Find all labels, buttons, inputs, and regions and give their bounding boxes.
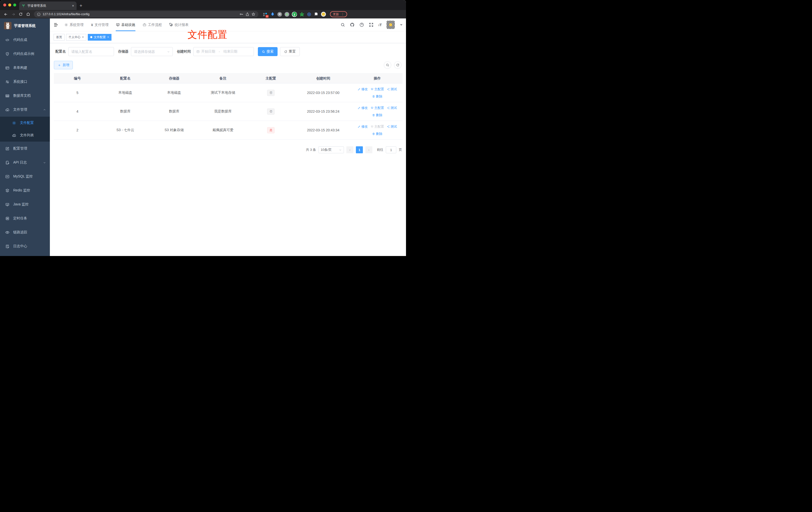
- test-action[interactable]: 测试: [387, 124, 397, 129]
- url-text[interactable]: 127.0.0.1:1024/infra/file/file-config: [42, 12, 237, 16]
- extension-gem-icon[interactable]: [270, 12, 275, 17]
- create-time-label: 创建时间: [177, 49, 191, 54]
- share-nodes-icon: [387, 88, 390, 91]
- extension-grid-icon[interactable]: 11: [263, 12, 268, 17]
- cell-storage: 数据库: [150, 102, 199, 121]
- topnav-workflow[interactable]: 工作流程: [140, 19, 165, 31]
- zoom-window-button[interactable]: [13, 3, 16, 6]
- fullscreen-icon[interactable]: [369, 23, 374, 27]
- sidebar-item-code-gen-demo[interactable]: 代码生成示例: [0, 47, 50, 61]
- help-icon[interactable]: [359, 23, 364, 27]
- kebab-menu-icon[interactable]: ⋮: [341, 12, 344, 16]
- extension-puzzle-icon[interactable]: [314, 12, 318, 17]
- tag-close-icon[interactable]: ×: [107, 35, 109, 39]
- browser-tab[interactable]: 芋道管理系统 ×: [19, 1, 77, 10]
- sidebar-item-form-builder[interactable]: 表单构建: [0, 61, 50, 75]
- extension-y-icon[interactable]: y: [292, 12, 297, 17]
- date-range-picker[interactable]: 开始日期 - 结束日期: [193, 47, 254, 56]
- search-icon[interactable]: [340, 23, 345, 27]
- minimize-window-button[interactable]: [8, 3, 11, 6]
- delete-action[interactable]: 删除: [372, 94, 382, 99]
- browser-update-button[interactable]: 更新 ⋮: [330, 11, 347, 17]
- refresh-icon: [396, 63, 400, 67]
- tag-file-config[interactable]: 文件配置 ×: [88, 34, 112, 41]
- master-tag: 是: [267, 127, 274, 133]
- app-title: 芋道管理系统: [14, 24, 36, 28]
- extension-command-icon[interactable]: ⌘: [277, 12, 282, 17]
- sidebar-item-log-center[interactable]: 日志中心: [0, 239, 50, 253]
- sidebar-item-scheduled-tasks[interactable]: 定时任务: [0, 211, 50, 225]
- bookmark-star-icon[interactable]: [251, 12, 255, 16]
- forward-icon[interactable]: [10, 11, 17, 18]
- test-action[interactable]: 测试: [387, 87, 397, 91]
- current-page[interactable]: 1: [356, 146, 363, 153]
- total-count: 共 3 条: [306, 148, 316, 152]
- master-action[interactable]: 主配置: [371, 106, 384, 110]
- topnav-infrastructure[interactable]: 基础设施: [113, 19, 138, 31]
- sidebar-item-db-doc[interactable]: 数据库文档: [0, 89, 50, 103]
- topnav-system[interactable]: 系统管理: [62, 19, 86, 31]
- toggle-search-button[interactable]: [384, 61, 391, 69]
- sidebar-collapse-icon[interactable]: [50, 23, 62, 27]
- extension-rings-icon[interactable]: [307, 12, 312, 17]
- close-window-button[interactable]: [3, 3, 6, 6]
- cell-id: 5: [54, 84, 101, 102]
- sidebar-item-java-monitor[interactable]: Java 监控: [0, 198, 50, 211]
- delete-action[interactable]: 删除: [372, 131, 382, 136]
- address-bar[interactable]: 127.0.0.1:1024/infra/file/file-config: [34, 11, 258, 18]
- extension-dot-icon[interactable]: [285, 12, 289, 17]
- search-button[interactable]: 搜索: [258, 47, 278, 56]
- sidebar-item-label: 配置管理: [13, 146, 46, 151]
- sidebar-item-code-gen[interactable]: 代码生成: [0, 33, 50, 47]
- back-icon[interactable]: [2, 11, 9, 18]
- sidebar-item-redis-monitor[interactable]: Redis 监控: [0, 183, 50, 198]
- reload-icon[interactable]: [18, 11, 24, 18]
- sidebar-item-file-management[interactable]: 文件管理: [0, 103, 50, 117]
- cell-created: 2022-03-15 23:56:24: [294, 102, 352, 121]
- new-tab-button[interactable]: +: [77, 3, 86, 10]
- sidebar-item-config-management[interactable]: 配置管理: [0, 142, 50, 155]
- password-key-icon[interactable]: [239, 12, 243, 16]
- edit-action[interactable]: 修改: [358, 106, 368, 110]
- user-caret-down-icon[interactable]: [400, 24, 403, 26]
- refresh-table-button[interactable]: [394, 61, 402, 69]
- avatar[interactable]: [386, 21, 395, 29]
- sidebar-item-mysql-monitor[interactable]: MySQL 监控: [0, 170, 50, 183]
- edit-action[interactable]: 修改: [358, 124, 368, 129]
- sidebar-item-label: 代码生成: [13, 38, 46, 42]
- tag-profile[interactable]: 个人中心 ×: [66, 34, 86, 41]
- reset-button[interactable]: 重置: [280, 47, 300, 56]
- topnav-reports[interactable]: 统计报表: [167, 19, 191, 31]
- add-button[interactable]: ＋ 新增: [54, 61, 73, 69]
- sidebar-item-tracing[interactable]: 链路追踪: [0, 225, 50, 239]
- config-name-input[interactable]: [68, 47, 114, 56]
- page-size-select[interactable]: 10条/页: [318, 146, 344, 153]
- extension-emoji-icon[interactable]: [321, 12, 326, 17]
- prev-page-button[interactable]: ‹: [346, 146, 353, 153]
- master-action[interactable]: 主配置: [371, 87, 384, 91]
- magnet-icon: [371, 125, 374, 128]
- topnav-payment[interactable]: ¥ 支付管理: [88, 19, 111, 31]
- home-icon[interactable]: [25, 11, 31, 18]
- tag-close-icon[interactable]: ×: [82, 35, 84, 39]
- tab-close-icon[interactable]: ×: [72, 4, 74, 8]
- sidebar-item-file-list[interactable]: 文件列表: [0, 129, 50, 142]
- delete-action[interactable]: 删除: [372, 113, 382, 117]
- edit-action[interactable]: 修改: [358, 87, 368, 91]
- refresh-icon: [284, 50, 287, 53]
- tag-home[interactable]: 首页: [54, 34, 65, 41]
- sidebar-item-system-api[interactable]: 系统接口: [0, 75, 50, 89]
- test-action[interactable]: 测试: [387, 106, 397, 110]
- next-page-button[interactable]: ›: [365, 146, 372, 153]
- font-size-icon[interactable]: тT: [378, 23, 382, 27]
- share-icon[interactable]: [245, 12, 250, 16]
- cell-remark: 测试下本地存储: [199, 84, 248, 102]
- site-info-icon[interactable]: [37, 12, 41, 16]
- extension-star-icon[interactable]: [299, 12, 304, 17]
- update-label: 更新: [333, 12, 339, 17]
- storage-select[interactable]: [131, 47, 173, 56]
- goto-page-input[interactable]: [386, 146, 396, 153]
- sidebar-item-file-config[interactable]: 文件配置: [0, 117, 50, 129]
- github-icon[interactable]: [350, 23, 355, 27]
- sidebar-item-api-log[interactable]: API 日志: [0, 155, 50, 170]
